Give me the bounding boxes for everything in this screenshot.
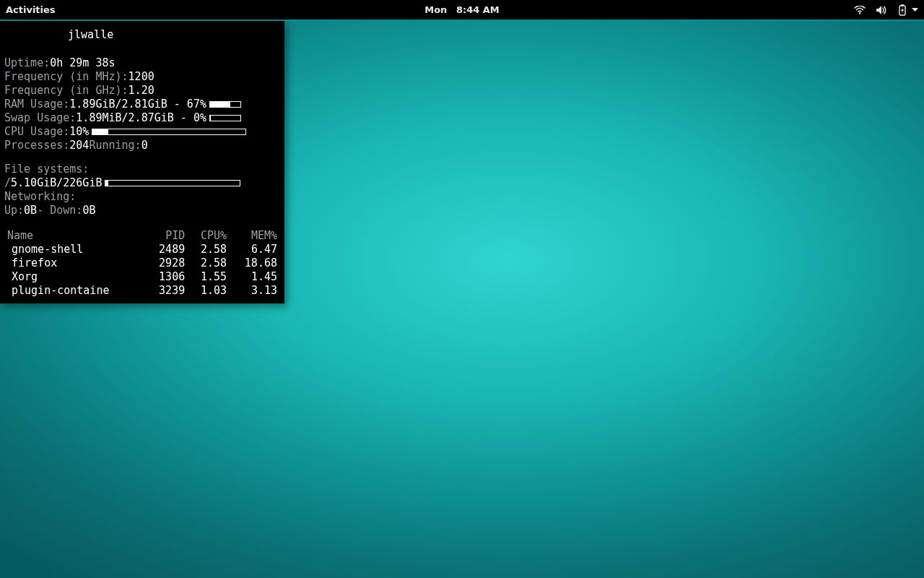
clock[interactable]: Mon 8:44 AM: [424, 4, 500, 15]
cell-mem: 3.13: [230, 284, 280, 298]
fs-bar: [105, 180, 240, 186]
cell-cpu: 1.03: [188, 284, 230, 298]
caret-down-icon[interactable]: [912, 8, 918, 12]
uptime-row: Uptime: 0h 29m 38s: [4, 56, 280, 70]
ram-value: 1.89GiB/2.81GiB - 67%: [69, 98, 206, 111]
clock-day: Mon: [424, 4, 447, 15]
net-down-value: 0B: [82, 204, 95, 217]
net-row: Up: 0B - Down: 0B: [4, 204, 280, 217]
proc-value: 204: [69, 139, 89, 152]
cell-name: firefox: [4, 256, 146, 270]
cell-mem: 6.47: [230, 243, 280, 256]
process-table: Name PID CPU% MEM% gnome-shell24892.586.…: [4, 229, 280, 298]
cell-cpu: 2.58: [188, 256, 230, 270]
swap-row: Swap Usage: 1.89MiB/2.87GiB - 0%: [4, 111, 280, 125]
wifi-icon[interactable]: [854, 6, 866, 14]
cpu-row: CPU Usage: 10%: [4, 125, 280, 139]
cell-mem: 18.68: [230, 256, 280, 270]
hostname: jlwalle: [4, 28, 280, 42]
freq-ghz-row: Frequency (in GHz): 1.20: [4, 84, 280, 98]
running-label: Running:: [89, 139, 141, 152]
net-down-label: - Down:: [37, 204, 82, 217]
ram-row: RAM Usage: 1.89GiB/2.81GiB - 67%: [4, 98, 280, 111]
cell-name: plugin-containe: [4, 284, 146, 298]
cell-pid: 2928: [146, 256, 188, 270]
swap-bar: [209, 115, 241, 121]
swap-value: 1.89MiB/2.87GiB - 0%: [76, 111, 206, 125]
freq-ghz-value: 1.20: [128, 84, 154, 98]
fs-value: 5.10GiB/226GiB: [11, 176, 102, 190]
fs-row: / 5.10GiB/226GiB: [4, 176, 280, 190]
net-heading: Networking:: [4, 190, 280, 204]
freq-ghz-label: Frequency (in GHz):: [4, 84, 128, 98]
cell-cpu: 2.58: [188, 243, 230, 256]
svg-rect-2: [901, 4, 904, 6]
cpu-value: 10%: [69, 125, 89, 139]
cell-cpu: 1.55: [188, 270, 230, 284]
activities-button[interactable]: Activities: [6, 4, 56, 15]
running-value: 0: [141, 139, 148, 152]
cell-mem: 1.45: [230, 270, 280, 284]
cpu-label: CPU Usage:: [4, 125, 69, 139]
proc-label: Processes:: [4, 139, 69, 152]
cell-pid: 1306: [146, 270, 188, 284]
table-row: gnome-shell24892.586.47: [4, 243, 280, 256]
net-up-label: Up:: [4, 204, 24, 217]
system-tray[interactable]: [854, 4, 918, 16]
uptime-value: 0h 29m 38s: [50, 56, 115, 70]
ram-label: RAM Usage:: [4, 98, 69, 111]
clock-time: 8:44 AM: [456, 4, 500, 15]
fs-heading-label: File systems:: [4, 163, 89, 176]
cell-pid: 2489: [146, 243, 188, 256]
swap-label: Swap Usage:: [4, 111, 76, 125]
col-pid: PID: [146, 229, 188, 243]
net-heading-label: Networking:: [4, 190, 76, 204]
col-cpu: CPU%: [188, 229, 230, 243]
fs-heading: File systems:: [4, 163, 280, 176]
volume-icon[interactable]: [876, 5, 887, 15]
conky-widget: jlwalle Uptime: 0h 29m 38s Frequency (in…: [0, 21, 284, 303]
table-row: plugin-containe32391.033.13: [4, 284, 280, 298]
battery-icon[interactable]: [897, 4, 907, 16]
svg-point-0: [859, 12, 860, 13]
ram-bar: [209, 101, 241, 108]
col-name: Name: [4, 229, 146, 243]
table-row: Xorg13061.551.45: [4, 270, 280, 284]
col-mem: MEM%: [230, 229, 280, 243]
proc-row: Processes: 204 Running: 0: [4, 139, 280, 152]
net-up-value: 0B: [24, 204, 37, 217]
uptime-label: Uptime:: [4, 56, 50, 70]
freq-mhz-value: 1200: [128, 70, 154, 84]
cpu-bar: [92, 129, 246, 135]
fs-mount: /: [4, 176, 11, 190]
cell-name: gnome-shell: [4, 243, 146, 256]
freq-mhz-label: Frequency (in MHz):: [4, 70, 128, 84]
table-row: firefox29282.5818.68: [4, 256, 280, 270]
cell-name: Xorg: [4, 270, 146, 284]
cell-pid: 3239: [146, 284, 188, 298]
freq-mhz-row: Frequency (in MHz): 1200: [4, 70, 280, 84]
top-bar: Activities Mon 8:44 AM: [0, 0, 924, 21]
